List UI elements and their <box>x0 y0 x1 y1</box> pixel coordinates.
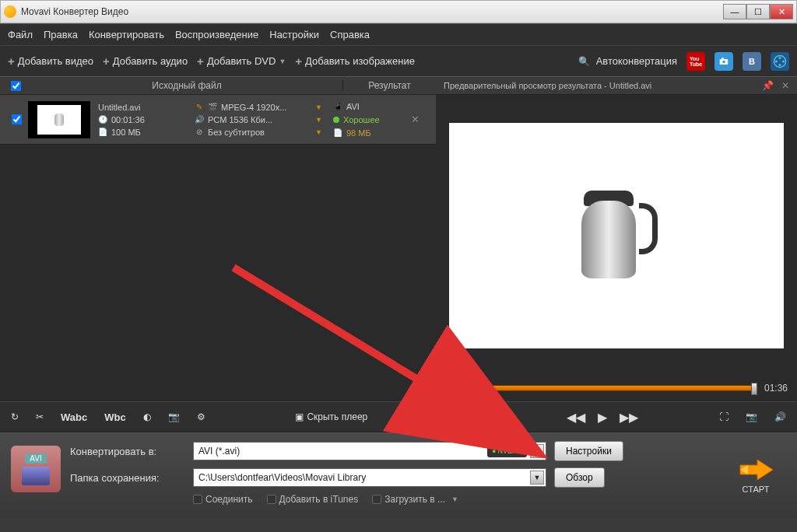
menu-bar: Файл Правка Конвертировать Воспроизведен… <box>0 23 797 45</box>
svg-point-1 <box>722 60 725 63</box>
preview-title: Предварительный просмотр результата - Un… <box>444 81 651 90</box>
itunes-checkbox[interactable]: Добавить в iTunes <box>267 494 359 505</box>
svg-point-7 <box>775 60 778 62</box>
source-header: Исходный файл <box>31 80 342 91</box>
add-dvd-button[interactable]: +Добавить DVD▼ <box>197 54 286 68</box>
no-subtitles-icon: ⊘ <box>195 128 204 137</box>
file-thumbnail <box>28 101 90 138</box>
prev-button[interactable]: ◀◀ <box>567 410 585 425</box>
settings-button[interactable]: Настройки <box>554 441 623 461</box>
convert-to-label: Конвертировать в: <box>70 446 185 457</box>
tab-after[interactable]: После <box>456 408 501 425</box>
quality-dot-icon <box>333 117 339 123</box>
file-icon: 📄 <box>333 128 342 138</box>
preview-image <box>581 189 651 282</box>
svg-point-4 <box>779 57 781 59</box>
window-title: Movavi Конвертер Видео <box>21 6 723 17</box>
pin-icon[interactable]: 📌 <box>762 80 774 91</box>
watermark-src-button[interactable]: Wabc <box>61 411 87 423</box>
timeline: 00:00 01:36 <box>436 375 797 401</box>
menu-playback[interactable]: Воспроизведение <box>175 29 258 40</box>
camera-icon[interactable] <box>714 52 733 71</box>
svg-rect-2 <box>722 58 724 59</box>
audio-icon: 🔊 <box>195 115 204 124</box>
timeline-track[interactable] <box>475 385 758 391</box>
film-reel-icon[interactable] <box>771 52 789 71</box>
file-size: 100 МБ <box>111 128 141 137</box>
video-icon: 🎬 <box>208 103 217 112</box>
main-toolbar: +Добавить видео +Добавить аудио +Добавит… <box>0 45 797 76</box>
start-button[interactable] <box>739 458 773 481</box>
add-audio-button[interactable]: +Добавить аудио <box>103 54 188 68</box>
add-image-button[interactable]: +Добавить изображение <box>295 54 415 68</box>
pencil-icon[interactable]: ✎ <box>195 103 204 112</box>
brightness-button[interactable]: ◐ <box>143 411 151 422</box>
menu-convert[interactable]: Конвертировать <box>89 29 164 40</box>
svg-point-6 <box>779 64 781 66</box>
before-after-tabs: До После <box>425 408 501 425</box>
output-quality: Хорошее <box>343 115 380 124</box>
browse-button[interactable]: Обзор <box>554 467 605 488</box>
format-badge: AVI <box>25 453 46 464</box>
play-button[interactable]: ▶ <box>598 410 607 425</box>
file-duration: 00:01:36 <box>111 115 145 124</box>
remove-file-button[interactable]: ✕ <box>406 114 424 125</box>
audio-codec: PCM 1536 Кби... <box>208 115 272 124</box>
youtube-icon[interactable]: YouTube <box>686 52 705 71</box>
hide-player-button[interactable]: ▣ Скрыть плеер <box>295 411 367 422</box>
timeline-end-marker[interactable] <box>751 383 757 395</box>
window-titlebar: Movavi Конвертер Видео — ☐ ✕ <box>0 0 797 23</box>
result-header: Результат <box>342 80 436 91</box>
menu-settings[interactable]: Настройки <box>269 29 319 40</box>
file-list-empty-area <box>0 145 436 401</box>
file-row[interactable]: Untitled.avi 🕐00:01:36 📄100 МБ ✎🎬MPEG-4 … <box>0 95 436 145</box>
rotate-button[interactable]: ↻ <box>11 411 19 422</box>
close-preview-button[interactable]: ✕ <box>781 80 789 91</box>
tab-before[interactable]: До <box>425 408 456 425</box>
dropdown-icon[interactable]: ▼ <box>315 128 322 136</box>
adjust-button[interactable]: ⚙ <box>197 411 205 422</box>
next-button[interactable]: ▶▶ <box>620 410 638 425</box>
crop-button[interactable]: ✂ <box>36 411 44 422</box>
close-button[interactable]: ✕ <box>770 4 793 19</box>
camera-button[interactable]: 📷 <box>746 411 757 422</box>
join-checkbox[interactable]: Соединить <box>193 494 253 505</box>
vk-icon[interactable]: B <box>743 52 761 71</box>
add-video-button[interactable]: +Добавить видео <box>8 54 93 68</box>
file-list-header: Исходный файл Результат <box>0 76 436 95</box>
svg-point-5 <box>782 60 785 62</box>
select-all-checkbox[interactable] <box>11 81 21 91</box>
video-codec: MPEG-4 1920x... <box>221 103 286 112</box>
fullscreen-button[interactable]: ⛶ <box>719 411 729 422</box>
menu-help[interactable]: Справка <box>330 29 370 40</box>
output-size: 98 МБ <box>346 128 371 138</box>
menu-edit[interactable]: Правка <box>44 29 78 40</box>
nvenc-badge: ●NVENC <box>487 445 527 457</box>
output-format: AVI <box>346 102 360 111</box>
timeline-end-time: 01:36 <box>764 383 788 394</box>
dropdown-icon[interactable]: ▼ <box>530 444 544 458</box>
file-icon: 📄 <box>98 128 107 137</box>
start-label: СТАРТ <box>743 485 770 494</box>
save-folder-label: Папка сохранения: <box>70 472 185 484</box>
snapshot-button[interactable]: 📷 <box>168 411 180 422</box>
dropdown-icon[interactable]: ▼ <box>315 116 322 124</box>
clock-icon: 🕐 <box>98 115 107 124</box>
menu-file[interactable]: Файл <box>8 29 33 40</box>
preview-area <box>436 95 797 375</box>
minimize-button[interactable]: — <box>723 4 746 19</box>
volume-button[interactable]: 🔊 <box>774 411 786 422</box>
subtitles: Без субтитров <box>208 128 265 137</box>
upload-checkbox[interactable]: Загрузить в ...▼ <box>372 494 458 505</box>
dropdown-icon[interactable]: ▼ <box>530 471 544 485</box>
autoconvert-button[interactable]: Автоконвертация <box>578 55 677 67</box>
app-icon <box>4 5 16 18</box>
convert-to-combo[interactable]: AVI (*.avi) ●NVENC ▼ <box>193 442 546 460</box>
preview-header: Предварительный просмотр результата - Un… <box>436 76 797 95</box>
timeline-handle[interactable] <box>476 381 485 397</box>
maximize-button[interactable]: ☐ <box>746 4 770 19</box>
save-folder-combo[interactable]: C:\Users\dontfear\Videos\Movavi Library … <box>193 468 546 487</box>
file-checkbox[interactable] <box>12 114 22 124</box>
watermark-dst-button[interactable]: Wbc <box>104 411 125 423</box>
dropdown-icon[interactable]: ▼ <box>315 103 322 111</box>
